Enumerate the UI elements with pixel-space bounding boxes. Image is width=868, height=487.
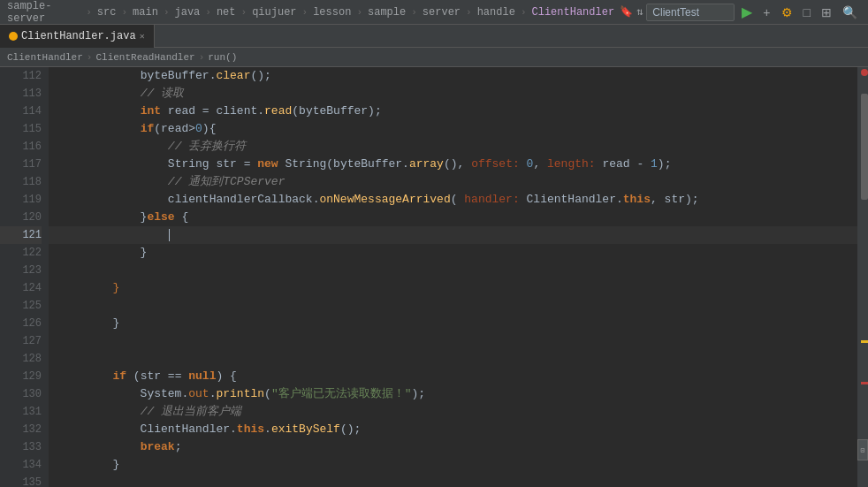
code-line-133: break; — [49, 438, 857, 456]
line-127: 127 — [0, 332, 42, 350]
line-118: 118 — [0, 173, 42, 191]
code-line-134: } — [49, 456, 857, 474]
warning-indicator-2 — [861, 382, 868, 384]
line-133: 133 — [0, 438, 42, 456]
code-line-116: // 丢弃换行符 — [49, 138, 857, 156]
breadcrumb-lesson[interactable]: lesson — [313, 6, 351, 19]
code-line-129: if (str == null) { — [49, 368, 857, 385]
tab-bar: ClientHandler.java ✕ — [0, 25, 868, 48]
line-135: 135 — [0, 474, 42, 487]
debug-button[interactable]: + — [759, 4, 773, 21]
breadcrumb-inner-class[interactable]: ClientReadHandler — [95, 52, 194, 63]
code-line-112: byteBuffer.clear(); — [49, 67, 857, 85]
breadcrumb-net[interactable]: net — [217, 6, 236, 19]
code-line-128 — [49, 350, 857, 368]
line-131: 131 — [0, 403, 42, 421]
tab-clienthandler[interactable]: ClientHandler.java ✕ — [0, 25, 155, 48]
arrow-icon: ⇅ — [636, 5, 643, 19]
code-line-115: if(read>0){ — [49, 120, 857, 138]
line-122: 122 — [0, 244, 42, 262]
code-editor[interactable]: byteBuffer.clear(); // 读取 int read = cli… — [49, 67, 857, 487]
structure-button[interactable]: ⊞ — [818, 4, 835, 21]
code-line-126: } — [49, 315, 857, 332]
line-134: 134 — [0, 456, 42, 474]
breadcrumb-clienthandler[interactable]: ClientHandler — [531, 6, 614, 19]
code-line-114: int read = client.read(byteBuffer); — [49, 103, 857, 120]
editor-container: 112 113 114 115 116 117 118 119 120 121 … — [0, 67, 868, 487]
line-120: 120 — [0, 209, 42, 226]
toolbar: 🔖 ⇅ ▶ + ⚙ □ ⊞ 🔍 — [620, 2, 861, 22]
minimap-icon[interactable]: ⊡ — [857, 439, 868, 460]
code-line-118: // 通知到TCPServer — [49, 173, 857, 191]
code-line-132: ClientHandler.this.exitBySelf(); — [49, 421, 857, 438]
breadcrumb-src[interactable]: src — [97, 6, 117, 19]
run-config-selector[interactable] — [646, 4, 735, 21]
code-line-121[interactable] — [49, 226, 857, 244]
line-128: 128 — [0, 350, 42, 368]
code-line-124: } — [49, 279, 857, 297]
tab-close-button[interactable]: ✕ — [140, 31, 145, 42]
java-file-icon — [9, 32, 18, 41]
code-line-135 — [49, 474, 857, 487]
run-button[interactable]: ▶ — [738, 2, 756, 22]
line-113: 113 — [0, 85, 42, 103]
search-everywhere-button[interactable]: 🔍 — [839, 4, 861, 21]
top-bar: sample-server › src › main › java › net … — [0, 0, 868, 25]
error-indicator — [861, 69, 868, 76]
profiler-button[interactable]: □ — [800, 4, 814, 21]
warning-indicator-1 — [861, 340, 868, 343]
code-line-113: // 读取 — [49, 85, 857, 103]
line-numbers: 112 113 114 115 116 117 118 119 120 121 … — [0, 67, 49, 487]
line-121: 121 — [0, 226, 42, 244]
line-115: 115 — [0, 120, 42, 138]
code-line-130: System.out.println("客户端已无法读取数据！"); — [49, 385, 857, 403]
bookmark-icon: 🔖 — [620, 5, 633, 19]
line-114: 114 — [0, 103, 42, 120]
line-130: 130 — [0, 385, 42, 403]
line-123: 123 — [0, 262, 42, 279]
line-119: 119 — [0, 191, 42, 209]
breadcrumb-main[interactable]: main — [133, 6, 158, 19]
code-line-131: // 退出当前客户端 — [49, 403, 857, 421]
line-132: 132 — [0, 421, 42, 438]
code-line-122: } — [49, 244, 857, 262]
tab-label: ClientHandler.java — [21, 30, 136, 42]
breadcrumb-method[interactable]: run() — [208, 52, 237, 63]
breadcrumb-class[interactable]: ClientHandler — [7, 52, 83, 63]
breadcrumb-server[interactable]: server — [423, 6, 461, 19]
line-117: 117 — [0, 156, 42, 173]
line-112: 112 — [0, 67, 42, 85]
breadcrumb-handle[interactable]: handle — [477, 6, 515, 19]
breadcrumb-sample-server[interactable]: sample-server — [7, 0, 80, 25]
breadcrumb-java[interactable]: java — [175, 6, 201, 19]
code-line-125 — [49, 297, 857, 315]
code-line-120: }else { — [49, 209, 857, 226]
line-116: 116 — [0, 138, 42, 156]
code-line-127 — [49, 332, 857, 350]
scrollbar-thumb[interactable] — [861, 94, 868, 200]
editor-breadcrumb: ClientHandler › ClientReadHandler › run(… — [0, 48, 868, 67]
coverage-button[interactable]: ⚙ — [778, 4, 796, 21]
breadcrumb-sample[interactable]: sample — [368, 6, 406, 19]
code-line-123 — [49, 262, 857, 279]
line-129: 129 — [0, 368, 42, 385]
line-126: 126 — [0, 315, 42, 332]
line-124: 124 — [0, 279, 42, 297]
line-125: 125 — [0, 297, 42, 315]
breadcrumb-qiujuer[interactable]: qiujuer — [252, 6, 296, 19]
right-gutter: ⊡ — [857, 67, 868, 487]
code-line-119: clientHandlerCallback.onNewMessageArrive… — [49, 191, 857, 209]
code-line-117: String str = new String(byteBuffer.array… — [49, 156, 857, 173]
